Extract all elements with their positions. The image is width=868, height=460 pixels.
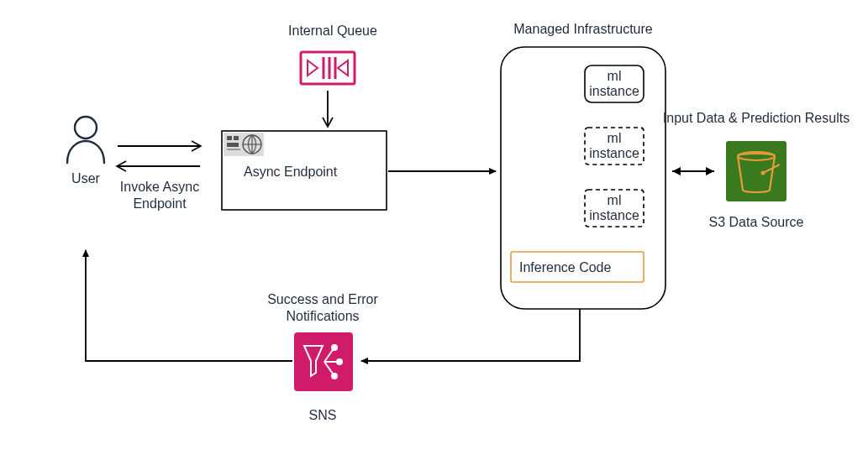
svg-point-8	[75, 117, 97, 139]
ml-instance-3-l1: ml	[608, 193, 622, 207]
ml-instance-1-l1: ml	[608, 69, 622, 83]
svg-rect-11	[227, 136, 232, 140]
sns-icon	[294, 332, 353, 391]
managed-infra-title: Managed Infrastructure	[513, 22, 653, 36]
svg-rect-13	[227, 143, 239, 147]
svg-rect-22	[294, 332, 353, 391]
ml-instance-2-l1: ml	[608, 131, 622, 145]
ml-instance-3-l2: instance	[589, 208, 639, 222]
ml-instance-box-2: ml instance	[585, 128, 644, 165]
s3-bottom-label: S3 Data Source	[709, 215, 804, 229]
inference-code-box: Inference Code	[511, 252, 644, 282]
internal-queue-label: Internal Queue	[288, 24, 377, 38]
async-endpoint-box: Async Endpoint	[222, 131, 387, 210]
queue-icon	[301, 52, 355, 84]
user-icon	[67, 117, 104, 163]
sns-bottom-label: SNS	[309, 408, 337, 422]
ml-instance-box-3: ml instance	[585, 190, 644, 227]
s3-bucket-icon	[726, 141, 786, 201]
arrow-sns-to-user	[86, 250, 292, 361]
user-label: User	[71, 171, 100, 186]
invoke-label-2: Endpoint	[133, 196, 187, 211]
inference-code-label: Inference Code	[519, 260, 612, 274]
arrow-infra-s3	[672, 167, 714, 175]
sns-top-2: Notifications	[286, 309, 359, 323]
async-endpoint-label: Async Endpoint	[244, 165, 338, 179]
invoke-label-1: Invoke Async	[120, 180, 199, 194]
svg-rect-12	[234, 136, 239, 140]
architecture-diagram: Internal Queue Managed Infrastructure ml…	[0, 0, 868, 460]
arrow-infra-to-sns	[361, 309, 580, 361]
svg-rect-0	[301, 52, 355, 84]
ml-instance-box-1: ml instance	[585, 65, 644, 102]
globe-icon	[243, 135, 261, 154]
sns-top-1: Success and Error	[267, 292, 378, 306]
ml-instance-2-l2: instance	[589, 146, 639, 160]
svg-point-21	[761, 171, 765, 175]
ml-instance-1-l2: instance	[589, 84, 639, 98]
s3-top-label: Input Data & Prediction Results	[663, 111, 850, 125]
